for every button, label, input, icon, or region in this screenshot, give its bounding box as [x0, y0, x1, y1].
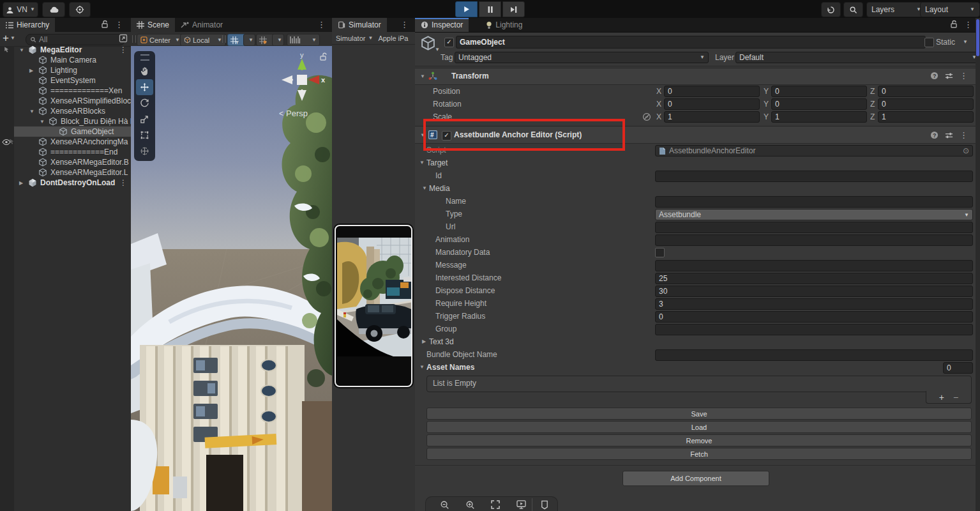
tree-item[interactable]: Main Camera: [0, 55, 131, 65]
tree-item[interactable]: ▶Lighting: [0, 65, 131, 75]
message-field[interactable]: [655, 260, 973, 271]
global-search-button[interactable]: [843, 2, 863, 17]
inspector-scrollbar-thumb[interactable]: [976, 19, 979, 56]
hand-tool-button[interactable]: [136, 63, 153, 79]
tag-dropdown[interactable]: Untagged ▼: [455, 52, 709, 63]
tab-simulator[interactable]: Simulator: [332, 18, 387, 32]
tree-item[interactable]: XenseARMegaEditor.B: [0, 157, 131, 167]
zoom-out-icon[interactable]: [440, 500, 449, 510]
tree-item[interactable]: ============End: [0, 147, 131, 157]
transform-header[interactable]: ▼ Transform ? ⋮: [415, 68, 976, 85]
device-preview[interactable]: [333, 224, 414, 388]
gameobject-icon[interactable]: ▼: [420, 35, 436, 51]
simulator-menu-button[interactable]: ⋮: [400, 20, 409, 29]
overlay-drag-handle[interactable]: [140, 54, 149, 61]
snap-increment-dropdown[interactable]: ▼: [287, 34, 320, 46]
tab-lighting[interactable]: Lighting: [480, 18, 528, 32]
layers-dropdown[interactable]: Layers ▼: [866, 2, 926, 17]
name-field[interactable]: [655, 196, 973, 208]
interested-distance-field[interactable]: 25: [655, 273, 973, 284]
device-dropdown[interactable]: Apple iPa: [378, 34, 408, 42]
add-component-button[interactable]: Add Component: [622, 471, 769, 486]
rect-tool-button[interactable]: [136, 127, 153, 143]
tree-item-menu-icon[interactable]: ⋮: [119, 45, 127, 54]
animation-field[interactable]: [655, 234, 973, 246]
pickability-icon[interactable]: [3, 46, 11, 54]
tree-item[interactable]: XenseARAnchoringMa: [0, 137, 131, 147]
presets-icon[interactable]: [945, 72, 953, 80]
require-height-field[interactable]: 3: [655, 298, 973, 310]
scene-viewport[interactable]: y x < Persp: [131, 46, 332, 511]
tab-scene[interactable]: Scene: [131, 18, 175, 32]
layout-dropdown[interactable]: Layout ▼: [920, 2, 980, 17]
load-button[interactable]: Load: [426, 421, 972, 433]
transform-scale-z-field[interactable]: 1: [878, 111, 974, 123]
foldout-open-icon[interactable]: ▼: [40, 119, 45, 125]
scale-tool-button[interactable]: [136, 111, 153, 127]
fit-screen-icon[interactable]: [491, 500, 500, 509]
play-button[interactable]: [455, 1, 478, 17]
mandatory-data-checkbox[interactable]: [655, 248, 665, 257]
gameobject-active-checkbox[interactable]: ✓: [444, 38, 454, 47]
property-label[interactable]: Text 3d: [429, 337, 454, 346]
property-label[interactable]: Asset Names: [426, 363, 474, 372]
inspector-scrollbar-track[interactable]: [976, 18, 980, 511]
array-size-field[interactable]: 0: [943, 362, 973, 374]
tree-item[interactable]: ▼XenseARBlocks: [0, 106, 131, 116]
axis-mode-dropdown[interactable]: Local ▼: [180, 34, 226, 46]
object-picker-icon[interactable]: ⊙: [963, 146, 969, 155]
component-menu-icon[interactable]: ⋮: [960, 72, 968, 80]
foldout-open-icon[interactable]: ▼: [422, 185, 427, 191]
tree-item[interactable]: ▼Block_Bưu Điện Hà N: [0, 116, 131, 126]
transform-position-y-field[interactable]: 0: [771, 86, 867, 97]
help-icon[interactable]: ?: [930, 72, 939, 80]
lock-icon[interactable]: [950, 20, 958, 29]
foldout-open-icon[interactable]: ▼: [419, 160, 425, 165]
component-menu-icon[interactable]: ⋮: [960, 131, 968, 139]
tree-item-menu-icon[interactable]: ⋮: [119, 178, 127, 187]
transform-rotation-z-field[interactable]: 0: [878, 98, 974, 110]
save-button[interactable]: Save: [426, 408, 972, 420]
transform-tool-button[interactable]: [136, 143, 153, 159]
remove-button[interactable]: Remove: [426, 434, 972, 446]
layer-dropdown[interactable]: Default ▼: [735, 52, 980, 63]
id-field[interactable]: [655, 171, 973, 182]
zoom-in-icon[interactable]: [465, 500, 475, 510]
tab-animator[interactable]: Animator: [175, 18, 229, 32]
account-button[interactable]: VN ▼: [3, 2, 38, 17]
undo-history-button[interactable]: [821, 2, 841, 17]
scene-gizmo[interactable]: y x < Persp: [270, 51, 328, 121]
link-scale-icon[interactable]: [642, 112, 651, 121]
list-remove-button[interactable]: −: [953, 392, 958, 402]
tree-item[interactable]: ▼MegaEditor⋮: [0, 45, 131, 55]
transform-position-x-field[interactable]: 0: [664, 86, 760, 97]
foldout-closed-icon[interactable]: ▶: [29, 68, 33, 73]
scene-menu-button[interactable]: ⋮: [317, 20, 326, 29]
transform-position-z-field[interactable]: 0: [878, 86, 974, 97]
move-tool-button[interactable]: [136, 79, 153, 95]
inspector-menu-button[interactable]: ⋮: [964, 20, 972, 29]
type-dropdown[interactable]: Assetbundle▼: [655, 209, 973, 220]
tree-item[interactable]: GameObject: [14, 126, 131, 137]
foldout-closed-icon[interactable]: ▶: [19, 180, 23, 186]
property-label[interactable]: Media: [429, 184, 450, 193]
fullscreen-play-icon[interactable]: [516, 500, 526, 509]
script-object-field[interactable]: AssetbundleAnchorEditor⊙: [655, 145, 973, 156]
tree-item[interactable]: EventSystem: [0, 75, 131, 86]
group-field[interactable]: [655, 324, 973, 335]
static-dropdown-chevron[interactable]: ▼: [963, 40, 968, 45]
static-checkbox[interactable]: [924, 38, 934, 47]
tab-inspector[interactable]: Inspector: [415, 18, 469, 32]
foldout-open-icon[interactable]: ▼: [419, 364, 425, 370]
foldout-open-icon[interactable]: ▼: [19, 47, 24, 53]
cloud-button[interactable]: [42, 2, 65, 17]
bundle-object-name-field[interactable]: [655, 349, 973, 361]
rotate-tool-button[interactable]: [136, 95, 153, 111]
trigger-radius-field[interactable]: 0: [655, 311, 973, 323]
foldout-open-icon[interactable]: ▼: [419, 73, 426, 79]
transform-rotation-x-field[interactable]: 0: [664, 98, 760, 110]
foldout-closed-icon[interactable]: ▶: [422, 339, 426, 344]
transform-scale-x-field[interactable]: 1: [664, 111, 760, 123]
tree-item[interactable]: XenseARMegaEditor.L: [0, 167, 131, 178]
fetch-button[interactable]: Fetch: [426, 448, 972, 460]
